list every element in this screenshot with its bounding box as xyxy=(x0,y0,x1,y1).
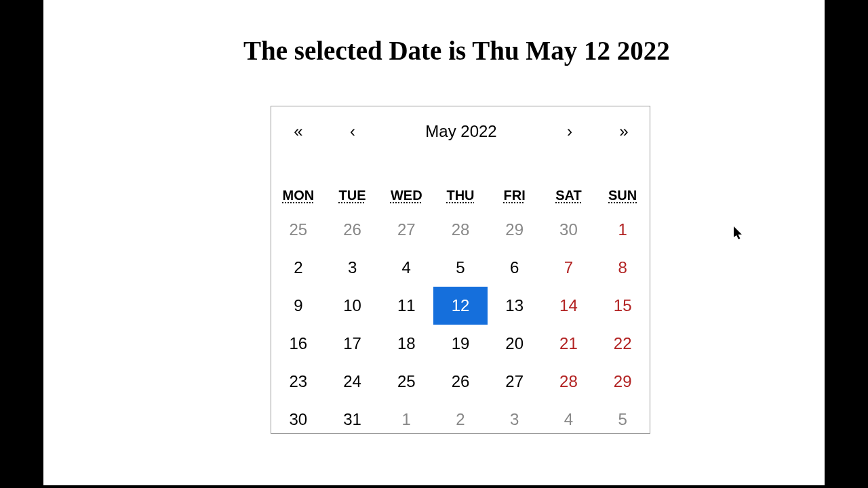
calendar-day[interactable]: 16 xyxy=(271,325,326,363)
calendar-day[interactable]: 6 xyxy=(488,249,542,287)
calendar-day[interactable]: 29 xyxy=(595,363,650,401)
calendar-day[interactable]: 24 xyxy=(326,363,380,401)
calendar-day[interactable]: 30 xyxy=(271,401,326,439)
weekday-header: FRI xyxy=(488,188,542,203)
calendar-day[interactable]: 4 xyxy=(542,401,596,439)
weekday-header: SAT xyxy=(542,188,596,203)
calendar-day[interactable]: 14 xyxy=(542,287,596,325)
calendar-day[interactable]: 15 xyxy=(595,287,650,325)
calendar-day[interactable]: 2 xyxy=(271,249,326,287)
weekday-header-row: MONTUEWEDTHUFRISATSUN xyxy=(271,180,650,211)
calendar-widget: « ‹ May 2022 › » MONTUEWEDTHUFRISATSUN 2… xyxy=(271,106,650,434)
weekday-header: THU xyxy=(433,188,488,203)
calendar-day[interactable]: 5 xyxy=(595,401,650,439)
calendar-day[interactable]: 28 xyxy=(433,211,488,249)
calendar-day[interactable]: 17 xyxy=(326,325,380,363)
calendar-day[interactable]: 23 xyxy=(271,363,326,401)
calendar-day[interactable]: 19 xyxy=(433,325,488,363)
weekday-header: TUE xyxy=(326,188,380,203)
calendar-day[interactable]: 9 xyxy=(271,287,326,325)
calendar-day[interactable]: 30 xyxy=(542,211,596,249)
calendar-days-grid: 2526272829301234567891011121314151617181… xyxy=(271,211,650,439)
calendar-day[interactable]: 28 xyxy=(542,363,596,401)
calendar-day[interactable]: 3 xyxy=(488,401,542,439)
calendar-day[interactable]: 8 xyxy=(595,249,650,287)
selected-date-title: The selected Date is Thu May 12 2022 xyxy=(243,35,825,66)
calendar-day[interactable]: 10 xyxy=(326,287,380,325)
calendar-day[interactable]: 22 xyxy=(595,325,650,363)
calendar-day[interactable]: 1 xyxy=(595,211,650,249)
prev-month-button[interactable]: ‹ xyxy=(326,122,380,141)
calendar-day[interactable]: 25 xyxy=(379,363,433,401)
calendar-day[interactable]: 26 xyxy=(326,211,380,249)
calendar-day[interactable]: 4 xyxy=(379,249,433,287)
month-label[interactable]: May 2022 xyxy=(380,122,542,141)
weekday-header: SUN xyxy=(595,188,650,203)
calendar-nav-row: « ‹ May 2022 › » xyxy=(271,106,650,157)
calendar-day[interactable]: 20 xyxy=(488,325,542,363)
calendar-day[interactable]: 26 xyxy=(433,363,488,401)
calendar-day[interactable]: 5 xyxy=(433,249,488,287)
calendar-day[interactable]: 31 xyxy=(326,401,380,439)
calendar-day[interactable]: 3 xyxy=(326,249,380,287)
calendar-day[interactable]: 27 xyxy=(379,211,433,249)
next-month-button[interactable]: › xyxy=(542,122,597,141)
calendar-day[interactable]: 12 xyxy=(433,287,488,325)
calendar-day[interactable]: 7 xyxy=(542,249,596,287)
calendar-day[interactable]: 27 xyxy=(488,363,542,401)
weekday-header: WED xyxy=(379,188,433,203)
calendar-day[interactable]: 25 xyxy=(271,211,326,249)
weekday-header: MON xyxy=(271,188,326,203)
next-year-button[interactable]: » xyxy=(597,122,651,141)
calendar-day[interactable]: 13 xyxy=(488,287,542,325)
calendar-day[interactable]: 1 xyxy=(379,401,433,439)
prev-year-button[interactable]: « xyxy=(271,122,326,141)
calendar-day[interactable]: 29 xyxy=(488,211,542,249)
calendar-day[interactable]: 11 xyxy=(379,287,433,325)
page-content: The selected Date is Thu May 12 2022 « ‹… xyxy=(43,0,825,485)
calendar-day[interactable]: 21 xyxy=(542,325,596,363)
calendar-day[interactable]: 2 xyxy=(433,401,488,439)
calendar-day[interactable]: 18 xyxy=(379,325,433,363)
